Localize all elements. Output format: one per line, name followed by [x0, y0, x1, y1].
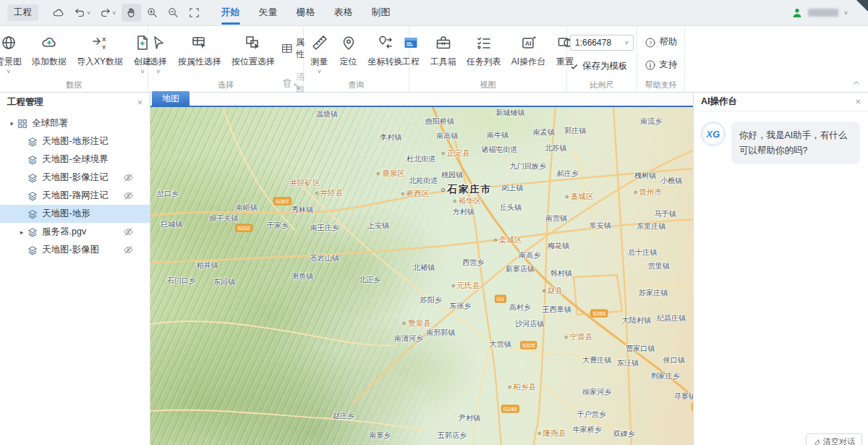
redo-icon[interactable]: ˅	[95, 4, 119, 22]
map-place-label: 李村镇	[380, 132, 401, 143]
map-place-label: 梅花镇	[548, 241, 569, 251]
group-icon	[16, 119, 29, 129]
hand-icon[interactable]	[122, 4, 141, 22]
scale-select[interactable]: 1:666478˅	[570, 35, 634, 51]
ai-console-panel: AI操作台 × XG 你好，我是AI助手，有什么可以帮助你的吗? 清空对话	[693, 93, 868, 445]
road-shield: S325	[520, 342, 537, 349]
map-place-label: 娘子关镇	[209, 213, 238, 224]
table-button[interactable]: 属性	[281, 36, 305, 61]
ribbon-group: 选择˅按属性选择按位置选择属性清除选择	[148, 26, 304, 93]
project-manager-panel: 工程管理 × ▾全球部署天地图-地形注记天地图-全球境界天地图-影像注记天地图-…	[0, 93, 150, 445]
tasklist-icon	[475, 33, 493, 52]
cursor-button[interactable]: 选择˅	[144, 32, 173, 77]
layer-item[interactable]: 天地图-影像注记	[0, 169, 150, 187]
main-area: 工程管理 × ▾全球部署天地图-地形注记天地图-全球境界天地图-影像注记天地图-…	[0, 93, 868, 445]
info-icon	[644, 59, 656, 71]
ruler-button[interactable]: 测量˅	[305, 32, 334, 77]
full-extent-icon[interactable]	[184, 4, 204, 22]
loc-select-icon	[244, 33, 263, 52]
layer-item[interactable]: 天地图-地形	[0, 205, 150, 223]
map-place-label: 牛家桥乡	[573, 425, 602, 435]
tab-vector[interactable]: 矢量	[253, 0, 284, 26]
map-place-label: 苏阳乡	[420, 295, 442, 305]
help-button[interactable]: ?帮助	[644, 36, 678, 48]
map-place-label: 大营镇	[490, 339, 511, 349]
map-place-label: 新城铺镇	[495, 108, 524, 118]
caret-down-icon[interactable]: ▾	[7, 120, 16, 127]
svg-text:?: ?	[649, 39, 652, 46]
map-place-label: 石家庄市	[441, 183, 492, 196]
cloud-plus-button[interactable]: 添加数据	[27, 32, 72, 77]
map-place-label: 测鱼镇	[292, 271, 313, 281]
clear-conversation-button[interactable]: 清空对话	[806, 433, 862, 445]
tasklist-button[interactable]: 任务列表	[461, 32, 506, 77]
layer-tree: ▾全球部署天地图-地形注记天地图-全球境界天地图-影像注记天地图-路网注记天地图…	[0, 111, 150, 259]
caret-right-icon[interactable]: ▸	[17, 229, 26, 236]
close-icon[interactable]: ×	[855, 96, 861, 107]
road-shield: S202	[235, 224, 252, 232]
ribbon-collapse-button[interactable]	[852, 79, 861, 88]
map-place-label: 东里庄镇	[637, 221, 665, 232]
visibility-off-icon[interactable]	[123, 172, 134, 183]
window-blue-icon	[401, 33, 420, 52]
map-canvas[interactable]: 石家庄市正定县桥西区裕华区鹿泉区藁城区晋州市栾城区元氏县赞皇县赵县宁晋县柏乡县隆…	[150, 107, 693, 445]
cloud-icon[interactable]	[48, 4, 69, 22]
layers-icon	[26, 173, 39, 183]
undo-icon[interactable]: ˅	[70, 4, 94, 22]
layer-item[interactable]: ▾全球部署	[0, 114, 150, 132]
map-place-label: 尹村镇	[459, 413, 480, 423]
layer-item[interactable]: 天地图-地形注记	[0, 132, 150, 151]
map-place-label: 东张乡	[449, 301, 471, 311]
map-place-label: 东汪镇	[617, 358, 639, 368]
layer-item[interactable]: 天地图-影像图	[0, 241, 150, 259]
layers-icon	[26, 209, 39, 219]
tab-raster[interactable]: 栅格	[291, 0, 321, 26]
map-tab[interactable]: 地图	[152, 91, 190, 106]
layer-item[interactable]: 天地图-路网注记	[0, 187, 150, 205]
layer-item[interactable]: ▸服务器.pgv	[0, 223, 150, 241]
xy-import-icon: XY	[90, 33, 109, 52]
map-place-label: 柏井镇	[197, 260, 218, 271]
save-as-template-toggle[interactable]: 保存为模板	[570, 60, 634, 72]
map-place-label: 九门回族乡	[510, 161, 546, 171]
visibility-off-icon[interactable]	[123, 190, 134, 201]
broom-icon	[813, 438, 820, 445]
zoom-out-icon[interactable]	[163, 4, 183, 22]
toolbox-button[interactable]: 工具箱	[425, 32, 461, 77]
map-place-label: 西营乡	[462, 258, 484, 268]
road-shield: S393	[590, 309, 608, 317]
menu-bar: 工程 ˅˅ 开始矢量栅格表格制图 ˅	[0, 0, 868, 26]
map-place-label: 栾城区	[494, 235, 522, 245]
map-place-label: 南峪镇	[236, 203, 258, 213]
pin-button[interactable]: 定位	[334, 32, 363, 77]
zoom-in-icon[interactable]	[142, 4, 162, 22]
ai-button[interactable]: AIAI操作台	[506, 32, 550, 77]
loc-select-button[interactable]: 按位置选择	[226, 32, 280, 77]
tab-mapping[interactable]: 制图	[366, 0, 396, 26]
xy-import-button[interactable]: XY导入XY数据	[72, 32, 128, 77]
map-place-label: 槐树镇	[634, 171, 656, 181]
visibility-off-icon[interactable]	[123, 226, 134, 237]
map-place-label: 沙河店镇	[515, 319, 544, 329]
map-place-label: 隆尧县	[538, 428, 566, 438]
map-place-label: 曲阳桥镇	[425, 116, 454, 127]
chevron-down-icon: ˅	[844, 9, 848, 17]
info-button[interactable]: 支持	[644, 59, 678, 71]
tab-start[interactable]: 开始	[216, 0, 246, 26]
user-menu[interactable]: ˅	[791, 7, 848, 19]
layers-icon	[26, 227, 39, 237]
cloud-plus-icon	[40, 33, 59, 52]
map-place-label: 丘头镇	[500, 203, 522, 213]
visibility-off-icon[interactable]	[123, 245, 134, 255]
attr-select-button[interactable]: 按属性选择	[173, 32, 226, 77]
window-blue-button[interactable]: 工程	[396, 32, 425, 77]
tab-table[interactable]: 表格	[328, 0, 359, 26]
project-menu-button[interactable]: 工程	[7, 4, 38, 21]
panel-title: 工程管理	[7, 96, 43, 109]
map-place-label: 南牛镇	[487, 130, 509, 140]
map-place-label: 常安镇	[590, 221, 611, 231]
close-icon[interactable]: ×	[137, 97, 142, 108]
layers-icon	[26, 137, 39, 147]
layer-item[interactable]: 天地图-全球境界	[0, 151, 150, 169]
globe-button[interactable]: 背景图˅	[0, 32, 27, 77]
